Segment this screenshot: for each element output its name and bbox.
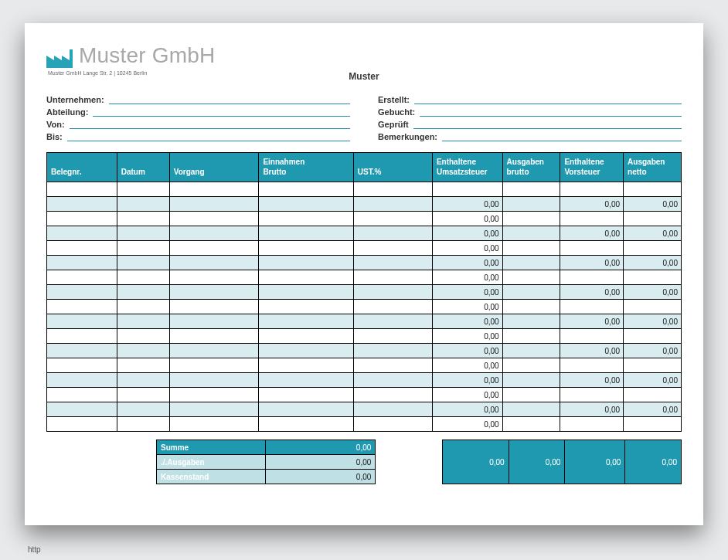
table-cell[interactable]: [624, 300, 682, 314]
table-cell[interactable]: [169, 344, 259, 358]
table-cell[interactable]: [624, 358, 682, 373]
meta-input-line[interactable]: [414, 94, 682, 104]
table-cell[interactable]: [169, 300, 259, 314]
table-cell[interactable]: [117, 285, 169, 300]
table-cell[interactable]: [353, 285, 432, 300]
table-cell[interactable]: 0,00: [624, 197, 682, 212]
table-cell[interactable]: [117, 212, 169, 226]
table-cell[interactable]: [353, 402, 432, 417]
table-cell[interactable]: [47, 182, 117, 197]
table-cell[interactable]: [502, 256, 560, 270]
table-cell[interactable]: [47, 256, 117, 270]
table-cell[interactable]: [47, 226, 117, 241]
table-cell[interactable]: 0,00: [432, 329, 502, 344]
table-cell[interactable]: [259, 300, 353, 314]
table-cell[interactable]: 0,00: [432, 241, 502, 256]
table-cell[interactable]: [259, 212, 353, 226]
table-cell[interactable]: 0,00: [432, 212, 502, 226]
meta-input-line[interactable]: [67, 131, 350, 141]
table-cell[interactable]: [502, 270, 560, 285]
table-cell[interactable]: [502, 417, 560, 432]
table-cell[interactable]: [624, 241, 682, 256]
table-cell[interactable]: [502, 241, 560, 256]
table-cell[interactable]: [259, 402, 353, 417]
table-cell[interactable]: [624, 182, 682, 197]
table-cell[interactable]: [169, 314, 259, 329]
meta-input-line[interactable]: [420, 107, 682, 117]
table-cell[interactable]: 0,00: [432, 402, 502, 417]
table-cell[interactable]: [353, 329, 432, 344]
table-cell[interactable]: 0,00: [624, 285, 682, 300]
table-cell[interactable]: [47, 212, 117, 226]
table-cell[interactable]: [502, 197, 560, 212]
table-cell[interactable]: [353, 314, 432, 329]
table-cell[interactable]: [169, 182, 259, 197]
table-cell[interactable]: [259, 182, 353, 197]
table-cell[interactable]: [169, 373, 259, 388]
table-cell[interactable]: [117, 314, 169, 329]
meta-input-line[interactable]: [109, 94, 350, 104]
table-cell[interactable]: [47, 270, 117, 285]
table-cell[interactable]: [259, 344, 353, 358]
table-cell[interactable]: [117, 329, 169, 344]
table-cell[interactable]: 0,00: [432, 314, 502, 329]
table-cell[interactable]: 0,00: [432, 388, 502, 402]
table-cell[interactable]: 0,00: [624, 373, 682, 388]
table-cell[interactable]: [169, 358, 259, 373]
table-cell[interactable]: [502, 358, 560, 373]
table-cell[interactable]: [169, 197, 259, 212]
table-cell[interactable]: 0,00: [560, 285, 624, 300]
table-cell[interactable]: [502, 212, 560, 226]
table-cell[interactable]: 0,00: [560, 344, 624, 358]
table-cell[interactable]: [560, 417, 624, 432]
table-cell[interactable]: [169, 226, 259, 241]
table-cell[interactable]: 0,00: [624, 402, 682, 417]
table-cell[interactable]: [259, 270, 353, 285]
table-cell[interactable]: [259, 329, 353, 344]
table-cell[interactable]: [624, 270, 682, 285]
table-cell[interactable]: [47, 388, 117, 402]
table-cell[interactable]: [169, 256, 259, 270]
table-cell[interactable]: [169, 388, 259, 402]
table-cell[interactable]: [560, 212, 624, 226]
table-cell[interactable]: [169, 241, 259, 256]
table-cell[interactable]: [353, 373, 432, 388]
table-cell[interactable]: [47, 300, 117, 314]
table-cell[interactable]: [47, 402, 117, 417]
table-cell[interactable]: [624, 388, 682, 402]
table-cell[interactable]: [117, 402, 169, 417]
table-cell[interactable]: 0,00: [560, 197, 624, 212]
table-cell[interactable]: [259, 226, 353, 241]
table-cell[interactable]: [259, 388, 353, 402]
table-cell[interactable]: [47, 285, 117, 300]
table-cell[interactable]: [353, 226, 432, 241]
table-cell[interactable]: [47, 344, 117, 358]
table-cell[interactable]: 0,00: [560, 402, 624, 417]
table-cell[interactable]: [117, 344, 169, 358]
table-cell[interactable]: 0,00: [624, 226, 682, 241]
table-cell[interactable]: 0,00: [432, 358, 502, 373]
table-cell[interactable]: [47, 358, 117, 373]
table-cell[interactable]: 0,00: [432, 417, 502, 432]
table-cell[interactable]: 0,00: [432, 300, 502, 314]
table-cell[interactable]: [169, 270, 259, 285]
table-cell[interactable]: [169, 402, 259, 417]
table-cell[interactable]: [117, 417, 169, 432]
table-cell[interactable]: [259, 358, 353, 373]
table-cell[interactable]: [259, 417, 353, 432]
table-cell[interactable]: [502, 329, 560, 344]
table-cell[interactable]: [624, 417, 682, 432]
table-cell[interactable]: [47, 197, 117, 212]
meta-input-line[interactable]: [93, 107, 350, 117]
table-cell[interactable]: [47, 329, 117, 344]
meta-input-line[interactable]: [70, 119, 350, 129]
table-cell[interactable]: [169, 329, 259, 344]
table-cell[interactable]: 0,00: [432, 226, 502, 241]
table-cell[interactable]: [117, 270, 169, 285]
table-cell[interactable]: [353, 270, 432, 285]
table-cell[interactable]: [117, 373, 169, 388]
table-cell[interactable]: [169, 212, 259, 226]
table-cell[interactable]: [353, 182, 432, 197]
table-cell[interactable]: [259, 241, 353, 256]
table-cell[interactable]: 0,00: [432, 256, 502, 270]
